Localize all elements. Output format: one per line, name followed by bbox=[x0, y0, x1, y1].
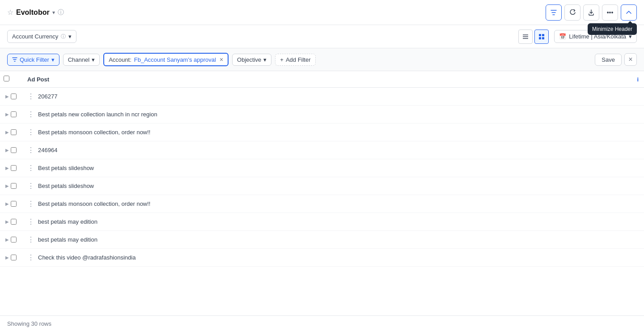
select-all-checkbox[interactable] bbox=[4, 76, 9, 81]
table-row: ▶ ⋮ Best petals monsoon collection, orde… bbox=[0, 195, 644, 213]
row-menu-icon[interactable]: ⋮ bbox=[27, 200, 34, 208]
filter-actions: Save × bbox=[595, 53, 637, 66]
row-data: ⋮ Best petals monsoon collection, order … bbox=[22, 123, 644, 141]
row-menu-icon[interactable]: ⋮ bbox=[27, 182, 34, 190]
row-checkbox[interactable] bbox=[11, 165, 17, 171]
header-actions: ••• Minimize Header bbox=[546, 4, 637, 21]
table-row: ▶ ⋮ Best petals new collection launch in… bbox=[0, 106, 644, 123]
row-controls: ▶ bbox=[0, 159, 22, 177]
row-expand-icon[interactable]: ▶ bbox=[5, 166, 9, 170]
row-ad-post-name: best petals may edition bbox=[38, 218, 97, 225]
column-info-icon[interactable]: i bbox=[637, 76, 639, 83]
add-filter-label: Add Filter bbox=[286, 56, 311, 63]
row-expand-icon[interactable]: ▶ bbox=[5, 201, 9, 206]
table-container: Ad Post i ▶ ⋮ 206277 bbox=[0, 71, 644, 315]
objective-filter-label: Objective bbox=[237, 56, 261, 63]
row-checkbox[interactable] bbox=[11, 129, 17, 135]
minimize-header-container: Minimize Header bbox=[621, 4, 637, 21]
row-expand-icon[interactable]: ▶ bbox=[5, 183, 9, 188]
account-currency-label: Account Currency bbox=[12, 33, 58, 40]
table-row: ▶ ⋮ Best petals monsoon collection, orde… bbox=[0, 123, 644, 141]
account-currency-info-icon: ⓘ bbox=[61, 33, 66, 40]
row-menu-icon[interactable]: ⋮ bbox=[27, 253, 34, 262]
table-row: ▶ ⋮ 206277 bbox=[0, 88, 644, 106]
table-body: ▶ ⋮ 206277 ▶ ⋮ Best petals bbox=[0, 88, 644, 267]
row-controls: ▶ bbox=[0, 141, 22, 159]
quick-filter-label: Quick Filter bbox=[20, 56, 49, 63]
list-view-button[interactable] bbox=[518, 30, 533, 44]
subheader: Account Currency ⓘ ▾ 📅 Lifetime | Asia/K… bbox=[0, 25, 644, 48]
table-row: ▶ ⋮ best petals may edition bbox=[0, 231, 644, 249]
row-controls: ▶ bbox=[0, 231, 22, 249]
minimize-header-button[interactable] bbox=[621, 4, 637, 21]
row-controls: ▶ bbox=[0, 195, 22, 213]
row-data: ⋮ Best petals new collection launch in n… bbox=[22, 106, 644, 123]
grid-view-button[interactable] bbox=[534, 30, 549, 44]
ad-post-column-label: Ad Post bbox=[27, 76, 49, 83]
row-data: ⋮ Best petals slideshow bbox=[22, 177, 644, 195]
content-area: Ad Post i ▶ ⋮ 206277 bbox=[0, 71, 644, 332]
row-expand-icon[interactable]: ▶ bbox=[5, 112, 9, 117]
save-button[interactable]: Save bbox=[595, 54, 622, 66]
ad-post-column-header: Ad Post i bbox=[22, 71, 644, 88]
svg-rect-0 bbox=[523, 34, 528, 35]
row-menu-icon[interactable]: ⋮ bbox=[27, 128, 34, 136]
row-expand-icon[interactable]: ▶ bbox=[5, 94, 9, 99]
quick-filter-button[interactable]: Quick Filter ▾ bbox=[7, 54, 59, 66]
channel-filter-button[interactable]: Channel ▾ bbox=[63, 54, 100, 66]
row-menu-icon[interactable]: ⋮ bbox=[27, 110, 34, 119]
row-controls: ▶ bbox=[0, 123, 22, 141]
row-checkbox[interactable] bbox=[11, 94, 17, 99]
account-filter-key: Account: bbox=[109, 56, 131, 63]
refresh-button[interactable] bbox=[564, 4, 580, 21]
row-data: ⋮ Check this video @radrafashionsindia bbox=[22, 249, 644, 267]
account-currency-button[interactable]: Account Currency ⓘ ▾ bbox=[7, 30, 76, 43]
row-menu-icon[interactable]: ⋮ bbox=[27, 146, 34, 154]
row-count-label: Showing 30 rows bbox=[7, 320, 51, 327]
filter-close-button[interactable]: × bbox=[624, 53, 637, 66]
add-filter-button[interactable]: + Add Filter bbox=[275, 54, 315, 66]
minimize-header-tooltip: Minimize Header bbox=[588, 23, 637, 35]
row-checkbox[interactable] bbox=[11, 183, 17, 189]
app-chevron-down-icon[interactable]: ▾ bbox=[52, 9, 55, 16]
row-checkbox[interactable] bbox=[11, 237, 17, 243]
row-checkbox[interactable] bbox=[11, 201, 17, 207]
row-data: ⋮ 206277 bbox=[22, 88, 644, 106]
star-icon[interactable]: ☆ bbox=[7, 8, 13, 17]
row-expand-icon[interactable]: ▶ bbox=[5, 130, 9, 135]
objective-filter-button[interactable]: Objective ▾ bbox=[232, 54, 271, 66]
filter-bar: Quick Filter ▾ Channel ▾ Account: Fb_Acc… bbox=[0, 48, 644, 71]
row-expand-icon[interactable]: ▶ bbox=[5, 148, 9, 153]
account-filter-close-icon[interactable]: × bbox=[220, 56, 223, 63]
row-data: ⋮ 246964 bbox=[22, 141, 644, 159]
row-expand-icon[interactable]: ▶ bbox=[5, 219, 9, 224]
app-info-icon[interactable]: ⓘ bbox=[58, 9, 64, 17]
row-data: ⋮ Best petals monsoon collection, order … bbox=[22, 195, 644, 213]
table-row: ▶ ⋮ Check this video @radrafashionsindia bbox=[0, 249, 644, 267]
more-button[interactable]: ••• bbox=[602, 4, 618, 21]
row-checkbox[interactable] bbox=[11, 147, 17, 153]
export-button[interactable] bbox=[583, 4, 599, 21]
table-footer: Showing 30 rows bbox=[0, 315, 644, 332]
row-menu-icon[interactable]: ⋮ bbox=[27, 92, 34, 101]
row-expand-icon[interactable]: ▶ bbox=[5, 255, 9, 260]
row-checkbox[interactable] bbox=[11, 255, 17, 260]
table-header-row: Ad Post i bbox=[0, 71, 644, 88]
ad-post-table: Ad Post i ▶ ⋮ 206277 bbox=[0, 71, 644, 267]
row-expand-icon[interactable]: ▶ bbox=[5, 237, 9, 242]
account-filter-tag: Account: Fb_Account Sanyam's approval × bbox=[103, 53, 229, 66]
row-menu-icon[interactable]: ⋮ bbox=[27, 164, 34, 172]
view-toggle bbox=[518, 30, 549, 44]
row-data: ⋮ best petals may edition bbox=[22, 213, 644, 231]
account-filter-value: Fb_Account Sanyam's approval bbox=[134, 56, 216, 63]
row-ad-post-name: Best petals new collection launch in ncr… bbox=[38, 111, 157, 118]
row-menu-icon[interactable]: ⋮ bbox=[27, 217, 34, 226]
row-checkbox[interactable] bbox=[11, 219, 17, 225]
row-menu-icon[interactable]: ⋮ bbox=[27, 235, 34, 244]
row-ad-post-name: 246964 bbox=[38, 147, 57, 153]
row-ad-post-name: 206277 bbox=[38, 93, 57, 100]
filter-button[interactable] bbox=[546, 4, 562, 21]
svg-rect-6 bbox=[542, 37, 544, 39]
account-currency-chevron-icon: ▾ bbox=[68, 33, 72, 40]
row-checkbox[interactable] bbox=[11, 111, 17, 117]
